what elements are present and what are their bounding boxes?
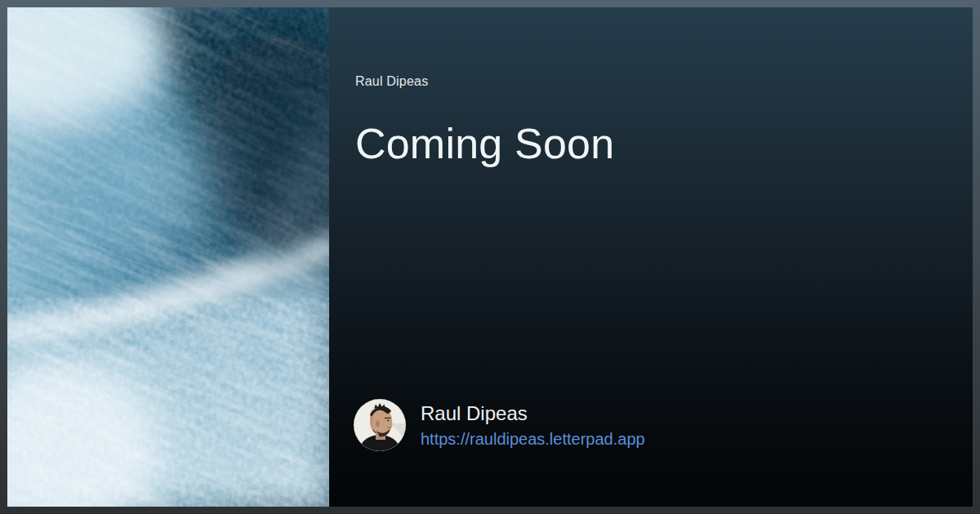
site-name: Raul Dipeas [355, 73, 945, 91]
avatar [354, 399, 406, 451]
avatar-portrait-illustration [354, 399, 406, 451]
author-name: Raul Dipeas [421, 401, 645, 426]
hero-image [7, 7, 329, 507]
author-footer: Raul Dipeas https://rauldipeas.letterpad… [354, 399, 645, 451]
site-url-link[interactable]: https://rauldipeas.letterpad.app [421, 428, 645, 450]
page-title: Coming Soon [355, 118, 945, 169]
og-card: Raul Dipeas Coming Soon [0, 0, 980, 514]
content-panel: Raul Dipeas Coming Soon [329, 7, 973, 507]
ocean-waves-illustration [7, 7, 329, 507]
author-meta: Raul Dipeas https://rauldipeas.letterpad… [421, 401, 645, 450]
